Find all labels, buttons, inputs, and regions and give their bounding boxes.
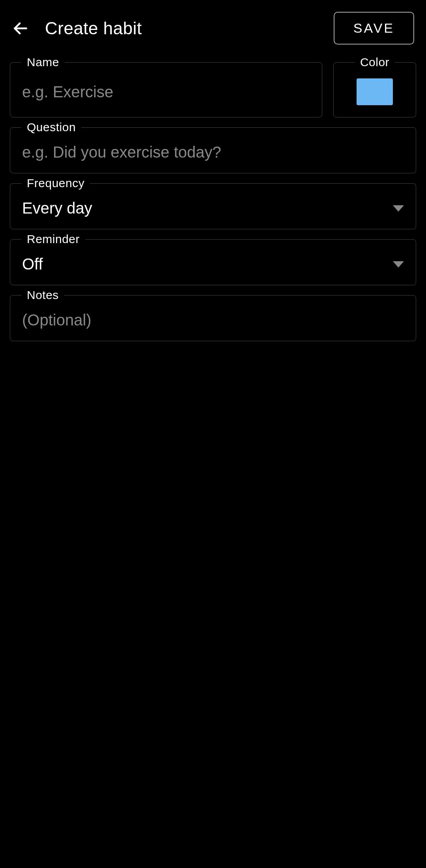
question-input[interactable]	[22, 143, 404, 161]
notes-label: Notes	[21, 288, 64, 302]
color-label: Color	[355, 56, 395, 69]
name-field[interactable]: Name	[10, 62, 322, 117]
chevron-down-icon	[393, 261, 404, 268]
page-title: Create habit	[45, 19, 318, 38]
reminder-field[interactable]: Reminder Off	[10, 239, 416, 285]
chevron-down-icon	[393, 205, 404, 212]
app-header: Create habit SAVE	[0, 0, 426, 56]
back-arrow-icon[interactable]	[12, 20, 29, 37]
reminder-value: Off	[22, 255, 393, 273]
question-field[interactable]: Question	[10, 127, 416, 173]
form-container: Name Color Question Frequency Every day …	[0, 56, 426, 357]
frequency-value: Every day	[22, 199, 393, 217]
notes-field[interactable]: Notes	[10, 295, 416, 341]
question-label: Question	[21, 121, 81, 134]
name-input[interactable]	[22, 83, 310, 101]
frequency-label: Frequency	[21, 177, 90, 190]
name-label: Name	[21, 56, 65, 69]
color-swatch[interactable]	[357, 78, 393, 105]
notes-input[interactable]	[22, 311, 404, 329]
save-button[interactable]: SAVE	[334, 12, 414, 45]
reminder-label: Reminder	[21, 232, 85, 246]
color-field[interactable]: Color	[333, 62, 416, 117]
frequency-field[interactable]: Frequency Every day	[10, 183, 416, 229]
